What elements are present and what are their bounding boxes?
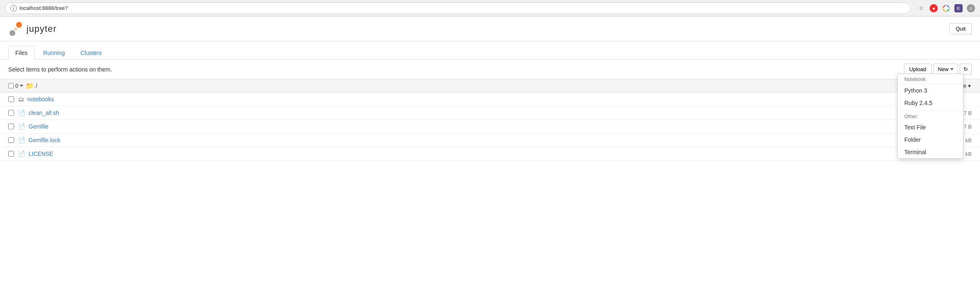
file-size: 7 B: [963, 110, 972, 116]
file-size: 7 B: [963, 124, 972, 130]
file-type-icon: 📄: [18, 137, 25, 143]
address-bar[interactable]: i localhost:8888/tree?: [5, 2, 911, 14]
row-checkbox[interactable]: [8, 137, 14, 143]
tab-running[interactable]: Running: [36, 46, 72, 60]
breadcrumb: 📁 /: [26, 82, 37, 90]
table-row: 🗂 notebooks: [0, 93, 980, 106]
svg-point-3: [14, 28, 17, 30]
quit-button[interactable]: Quit: [949, 23, 972, 34]
refresh-button[interactable]: ↻: [960, 64, 972, 75]
jupyter-logo: jupyter: [8, 21, 57, 36]
table-row: 📄 Gemfile.lock kB: [0, 134, 980, 147]
new-button[interactable]: New: [933, 64, 958, 75]
toolbar: Select items to perform actions on them.…: [0, 60, 980, 79]
dropdown-item-python3[interactable]: Python 3: [898, 84, 963, 97]
toolbar-hint: Select items to perform actions on them.: [8, 66, 112, 73]
browser-icon-gray[interactable]: ☺: [967, 4, 975, 12]
file-link[interactable]: clean_all.sh: [29, 110, 59, 116]
dropdown-item-folder[interactable]: Folder: [898, 134, 963, 146]
browser-icon-color[interactable]: [942, 4, 950, 12]
tab-files[interactable]: Files: [8, 46, 35, 60]
upload-button[interactable]: Upload: [904, 64, 932, 75]
file-link[interactable]: LICENSE: [29, 150, 53, 157]
browser-icon-purple[interactable]: K: [954, 4, 963, 12]
file-type-icon: 📄: [18, 110, 25, 116]
file-link[interactable]: notebooks: [27, 96, 54, 103]
folder-type-icon: 🗂: [18, 96, 24, 103]
jupyter-logo-text: jupyter: [26, 24, 57, 34]
table-row: 📄 Gemfile 7 B: [0, 120, 980, 134]
browser-icons: ☆ ● K ☺: [917, 4, 975, 12]
star-icon[interactable]: ☆: [917, 4, 925, 12]
file-list-header-left: 0 📁 /: [8, 82, 37, 90]
tab-clusters[interactable]: Clusters: [74, 46, 109, 60]
folder-icon: 📁: [26, 82, 34, 90]
info-icon: i: [10, 5, 17, 12]
row-checkbox[interactable]: [8, 124, 14, 129]
tabs-bar: Files Running Clusters: [0, 41, 980, 60]
url-text: localhost:8888/tree?: [19, 5, 68, 11]
table-row: 📄 clean_all.sh 7 B: [0, 106, 980, 120]
browser-chrome: i localhost:8888/tree? ☆ ● K ☺: [0, 0, 980, 17]
browser-icon-red[interactable]: ●: [930, 4, 938, 12]
new-dropdown-menu: Notebook: Python 3 Ruby 2.4.5 Other: Tex…: [897, 74, 963, 159]
file-type-icon: 📄: [18, 123, 25, 130]
select-all-area[interactable]: 0: [8, 83, 23, 89]
new-caret-icon: [950, 68, 954, 70]
file-size: kB: [966, 137, 972, 143]
select-all-checkbox[interactable]: [8, 83, 14, 88]
file-link[interactable]: Gemfile: [29, 123, 48, 130]
table-row: 📄 LICENSE 9 days ago 1.07 kB: [0, 147, 980, 161]
row-checkbox[interactable]: [8, 151, 14, 157]
jupyter-header: jupyter Quit: [0, 17, 980, 41]
file-type-icon: 📄: [18, 150, 25, 157]
dropdown-notebook-label: Notebook:: [898, 74, 963, 84]
svg-point-2: [10, 30, 15, 36]
jupyter-logo-svg: [8, 21, 23, 36]
dropdown-item-ruby245[interactable]: Ruby 2.4.5: [898, 97, 963, 109]
breadcrumb-slash: /: [36, 83, 37, 89]
file-link[interactable]: Gemfile.lock: [29, 137, 60, 143]
row-checkbox[interactable]: [8, 110, 14, 116]
selected-count: 0: [15, 83, 18, 89]
dropdown-divider: [898, 110, 963, 110]
dropdown-other-label: Other:: [898, 111, 963, 121]
sort-arrow-icon: ▼: [967, 83, 972, 88]
toolbar-right: Upload New ↻: [904, 64, 972, 75]
svg-point-1: [16, 22, 22, 28]
file-list: 🗂 notebooks 📄 clean_all.sh 7 B 📄 Gemfile…: [0, 93, 980, 161]
file-list-header: 0 📁 / Name ▼: [0, 79, 980, 93]
dropdown-item-text-file[interactable]: Text File: [898, 121, 963, 134]
row-checkbox[interactable]: [8, 96, 14, 102]
dropdown-item-terminal[interactable]: Terminal: [898, 146, 963, 158]
count-dropdown-icon[interactable]: [20, 85, 23, 87]
